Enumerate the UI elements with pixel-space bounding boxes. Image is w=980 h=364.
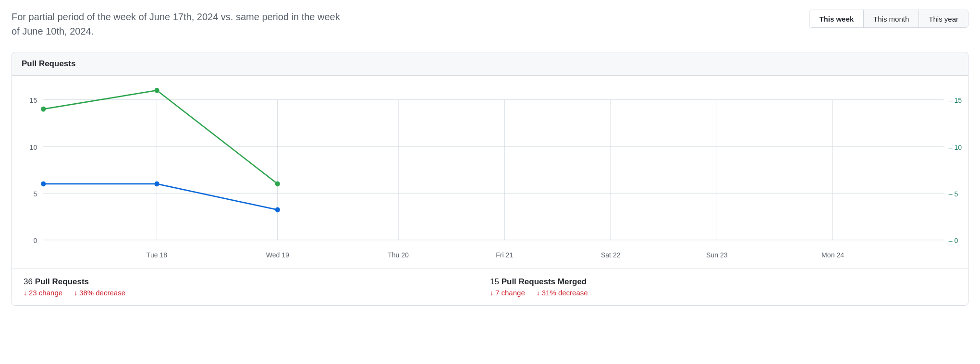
chart-card: Pull Requests 15 10 5 0 – 15 – 10 – 5 – … [12,52,968,306]
blue-dot-tue18 [154,181,159,186]
blue-dot-wed19 [275,207,280,213]
blue-line [43,184,277,210]
y-label-15-left: 15 [30,97,37,105]
chart-footer: 36 Pull Requests ↓ 23 change ↓ 38% decre… [12,268,968,305]
chart-header: Pull Requests [12,52,968,76]
tab-this-week[interactable]: This week [809,10,864,27]
header-row: For partial period of the week of June 1… [12,10,968,38]
x-label-sun23: Sun 23 [706,251,728,259]
blue-dot-mon17 [41,181,46,186]
arrow-down-icon-4: ↓ [537,289,540,297]
stat-group-pr: 36 Pull Requests ↓ 23 change ↓ 38% decre… [24,277,490,297]
chart-title: Pull Requests [22,59,75,68]
x-label-sat22: Sat 22 [601,251,621,259]
stat-prm-change-pct: ↓ 31% decrease [537,289,588,297]
stat-pr-change-pct: ↓ 38% decrease [74,289,125,297]
green-dot-tue18 [154,88,159,93]
x-label-tue18: Tue 18 [147,251,167,259]
stat-pr-count: 36 [24,277,33,286]
y-label-15-right: – 15 [949,97,962,105]
subtitle: For partial period of the week of June 1… [12,10,348,38]
stat-pr-name: Pull Requests [35,277,89,286]
arrow-down-icon-3: ↓ [490,289,493,297]
stat-prm-change-count: ↓ 7 change [490,289,525,297]
stat-prm-name: Pull Requests Merged [502,277,587,286]
green-dot-mon17 [41,107,46,112]
x-label-thu20: Thu 20 [388,251,409,259]
stat-prm-count: 15 [490,277,499,286]
y-label-5-right: – 5 [949,190,958,198]
y-label-0-right: – 0 [949,237,958,245]
arrow-down-icon-2: ↓ [74,289,77,297]
y-label-10-right: – 10 [949,143,962,151]
x-label-fri21: Fri 21 [496,251,513,259]
tab-this-month[interactable]: This month [864,10,919,27]
stat-prm-label: 15 Pull Requests Merged [490,277,956,287]
stat-pr-change-count: ↓ 23 change [24,289,62,297]
stat-prm-details: ↓ 7 change ↓ 31% decrease [490,289,956,297]
stat-group-prm: 15 Pull Requests Merged ↓ 7 change ↓ 31%… [490,277,956,297]
x-label-mon24: Mon 24 [821,251,844,259]
stat-pr-details: ↓ 23 change ↓ 38% decrease [24,289,490,297]
tab-this-year[interactable]: This year [919,10,968,27]
x-label-wed19: Wed 19 [266,251,289,259]
y-label-0-left: 0 [33,237,37,245]
green-dot-wed19 [275,181,280,186]
chart-area: 15 10 5 0 – 15 – 10 – 5 – 0 T [12,76,968,268]
y-label-5-left: 5 [33,190,37,198]
y-label-10-left: 10 [30,143,37,151]
arrow-down-icon-1: ↓ [24,289,27,297]
stat-pr-label: 36 Pull Requests [24,277,490,287]
chart-svg: 15 10 5 0 – 15 – 10 – 5 – 0 T [12,76,968,268]
period-tabs: This week This month This year [809,10,968,28]
green-line [43,90,277,184]
